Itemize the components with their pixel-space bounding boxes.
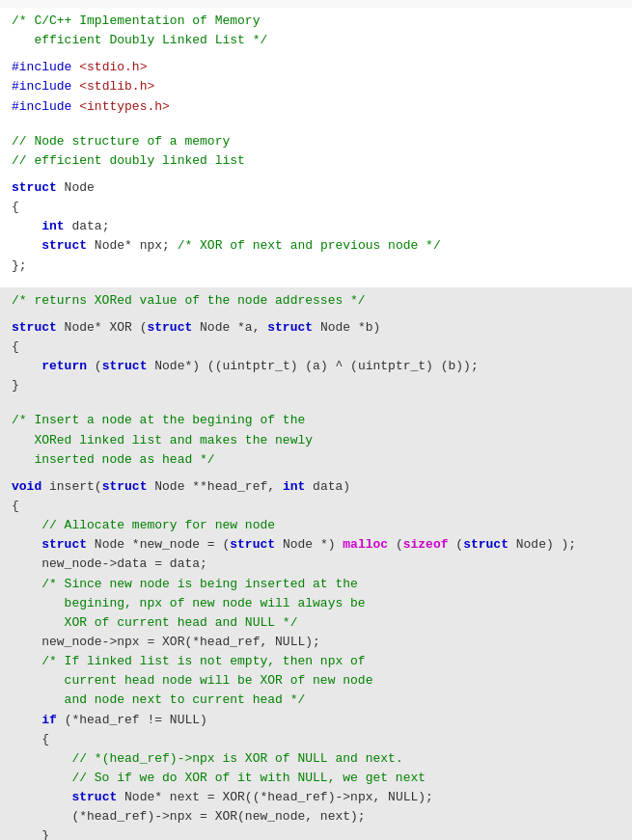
- code-line: begining, npx of new node will always be: [12, 594, 620, 613]
- code-line: and node next to current head */: [12, 691, 620, 710]
- code-token: void: [12, 479, 41, 494]
- code-token: Node *b): [313, 320, 380, 335]
- code-line: int data;: [12, 217, 620, 236]
- code-line: XOR of current head and NULL */: [12, 613, 620, 633]
- code-token: /* Since new node is being inserted at t…: [41, 577, 358, 591]
- code-token: // efficient doubly linked list: [12, 153, 245, 168]
- code-token: #include: [12, 79, 71, 94]
- code-token: {: [12, 732, 49, 746]
- code-token: data): [305, 479, 350, 494]
- code-section-blank1: [0, 121, 632, 128]
- code-line: {: [12, 198, 620, 217]
- code-token: {: [12, 200, 19, 214]
- code-token: /* returns XORed value of the node addre…: [12, 293, 366, 308]
- code-token: [12, 219, 41, 233]
- code-token: <stdlib.h>: [79, 79, 154, 94]
- code-line: #include <inttypes.h>: [12, 97, 620, 117]
- code-section-insert-func: void insert(struct Node **head_ref, int …: [0, 474, 632, 840]
- code-section-blank2: [0, 280, 632, 287]
- code-token: Node*) ((uintptr_t) (a) ^ (uintptr_t) (b…: [147, 359, 478, 373]
- code-token: Node) );: [508, 537, 576, 552]
- code-line: efficient Doubly Linked List */: [12, 31, 620, 50]
- code-line: /* Since new node is being inserted at t…: [12, 575, 620, 594]
- code-line: new_node->npx = XOR(*head_ref, NULL);: [12, 633, 620, 652]
- code-token: }: [12, 378, 19, 393]
- code-line: struct Node* npx; /* XOR of next and pre…: [12, 236, 620, 256]
- code-token: struct: [71, 790, 117, 804]
- code-token: (*head_ref)->npx = XOR(new_node, next);: [12, 809, 366, 824]
- code-token: malloc: [343, 537, 388, 552]
- code-token: int: [41, 219, 64, 233]
- code-section-header-comment: /* C/C++ Implementation of Memory effici…: [0, 8, 632, 54]
- code-line: inserted node as head */: [12, 450, 620, 470]
- code-token: <stdio.h>: [79, 60, 147, 74]
- code-token: #include: [12, 60, 71, 74]
- code-section-xor-comment: /* returns XORed value of the node addre…: [0, 287, 632, 314]
- code-token: [12, 359, 41, 373]
- code-token: [12, 537, 41, 552]
- code-line: /* If linked list is not empty, then npx…: [12, 652, 620, 671]
- code-line: }: [12, 376, 620, 395]
- code-line: }: [12, 826, 620, 840]
- code-line: // efficient doubly linked list: [12, 151, 620, 171]
- code-token: struct: [41, 537, 87, 552]
- code-section-xor-func: struct Node* XOR (struct Node *a, struct…: [0, 314, 632, 400]
- code-token: struct: [230, 537, 275, 552]
- code-token: Node *): [275, 537, 343, 552]
- code-token: struct: [267, 320, 313, 335]
- code-token: /* If linked list is not empty, then npx…: [41, 654, 365, 668]
- code-line: new_node->data = data;: [12, 555, 620, 574]
- code-token: struct: [463, 537, 508, 552]
- code-line: // *(head_ref)->npx is XOR of NULL and n…: [12, 749, 620, 769]
- code-token: [12, 577, 41, 591]
- code-token: [12, 751, 71, 766]
- code-token: efficient Doubly Linked List */: [12, 33, 267, 47]
- code-token: };: [12, 258, 27, 273]
- code-token: }: [12, 828, 49, 840]
- code-line: struct Node *new_node = (struct Node *) …: [12, 535, 620, 555]
- code-line: /* Insert a node at the begining of the: [12, 411, 620, 430]
- code-token: struct: [12, 320, 57, 335]
- code-token: [12, 238, 41, 253]
- code-line: {: [12, 730, 620, 749]
- code-line: if (*head_ref != NULL): [12, 711, 620, 730]
- code-token: return: [41, 359, 87, 373]
- code-token: struct: [102, 359, 148, 373]
- code-line: };: [12, 257, 620, 276]
- code-token: Node: [57, 180, 95, 195]
- code-token: {: [12, 499, 19, 513]
- code-token: [12, 654, 41, 668]
- code-token: new_node->data = data;: [12, 556, 207, 571]
- code-line: struct Node: [12, 178, 620, 198]
- code-token: struct: [41, 238, 87, 253]
- code-line: /* returns XORed value of the node addre…: [12, 291, 620, 311]
- code-token: [12, 790, 71, 804]
- code-token: insert(: [41, 479, 101, 494]
- code-token: [12, 713, 41, 727]
- code-token: struct: [102, 479, 148, 494]
- code-line: struct Node* XOR (struct Node *a, struct…: [12, 318, 620, 338]
- code-section-struct-node: struct Node{ int data; struct Node* npx;…: [0, 175, 632, 280]
- code-section-insert-comment: /* Insert a node at the begining of the …: [0, 407, 632, 473]
- code-token: <inttypes.h>: [79, 99, 170, 114]
- code-token: data;: [65, 219, 110, 233]
- code-line: // So if we do XOR of it with NULL, we g…: [12, 769, 620, 788]
- code-line: /* C/C++ Implementation of Memory: [12, 12, 620, 31]
- code-token: sizeof: [403, 537, 449, 552]
- code-token: Node *new_node = (: [87, 537, 230, 552]
- code-token: and node next to current head */: [12, 692, 305, 707]
- code-token: /* Insert a node at the begining of the: [12, 413, 305, 427]
- code-token: begining, npx of new node will always be: [12, 596, 366, 610]
- code-token: #include: [12, 99, 71, 114]
- code-token: current head node will be XOR of new nod…: [12, 673, 372, 688]
- code-token: Node* next = XOR((*head_ref)->npx, NULL)…: [117, 790, 433, 804]
- code-token: Node *a,: [192, 320, 267, 335]
- code-token: if: [41, 713, 57, 727]
- code-line: XORed linked list and makes the newly: [12, 431, 620, 450]
- code-line: current head node will be XOR of new nod…: [12, 671, 620, 691]
- code-token: Node* XOR (: [57, 320, 148, 335]
- code-section-blank3: [0, 399, 632, 407]
- code-token: // Allocate memory for new node: [41, 518, 275, 532]
- code-token: [12, 518, 41, 532]
- code-line: {: [12, 497, 620, 516]
